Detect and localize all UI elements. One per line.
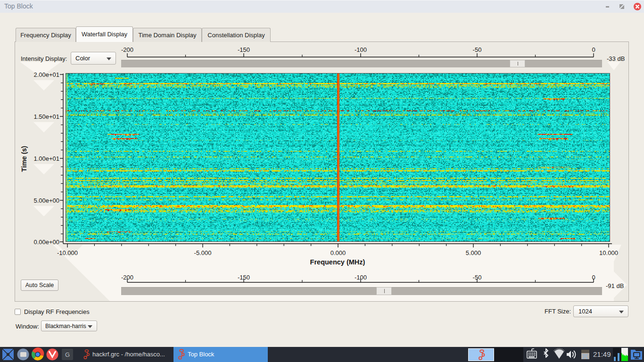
svg-text:0: 0 <box>592 46 595 53</box>
svg-text:-50: -50 <box>473 274 482 281</box>
svg-text:-200: -200 <box>121 274 133 281</box>
svg-text:Time (s): Time (s) <box>20 146 28 172</box>
svg-text:-150: -150 <box>238 46 250 53</box>
svg-text:-10.000: -10.000 <box>57 249 78 256</box>
svg-text:-50: -50 <box>473 46 482 53</box>
svg-text:-200: -200 <box>121 46 133 53</box>
svg-text:5.000: 5.000 <box>466 249 481 256</box>
svg-text:-5.000: -5.000 <box>194 249 212 256</box>
svg-text:0: 0 <box>592 274 595 281</box>
svg-text:Frequency (MHz): Frequency (MHz) <box>310 258 365 266</box>
svg-text:1.00e+01: 1.00e+01 <box>33 155 59 162</box>
svg-text:5.00e+00: 5.00e+00 <box>33 197 59 204</box>
svg-text:-100: -100 <box>355 274 367 281</box>
svg-text:-150: -150 <box>238 274 250 281</box>
svg-text:0.00e+00: 0.00e+00 <box>33 239 59 246</box>
svg-text:0.000: 0.000 <box>330 249 346 256</box>
svg-text:-100: -100 <box>355 46 367 53</box>
svg-text:10.000: 10.000 <box>599 249 618 256</box>
svg-text:1.50e+01: 1.50e+01 <box>33 113 59 120</box>
svg-text:2.00e+01: 2.00e+01 <box>33 71 59 78</box>
